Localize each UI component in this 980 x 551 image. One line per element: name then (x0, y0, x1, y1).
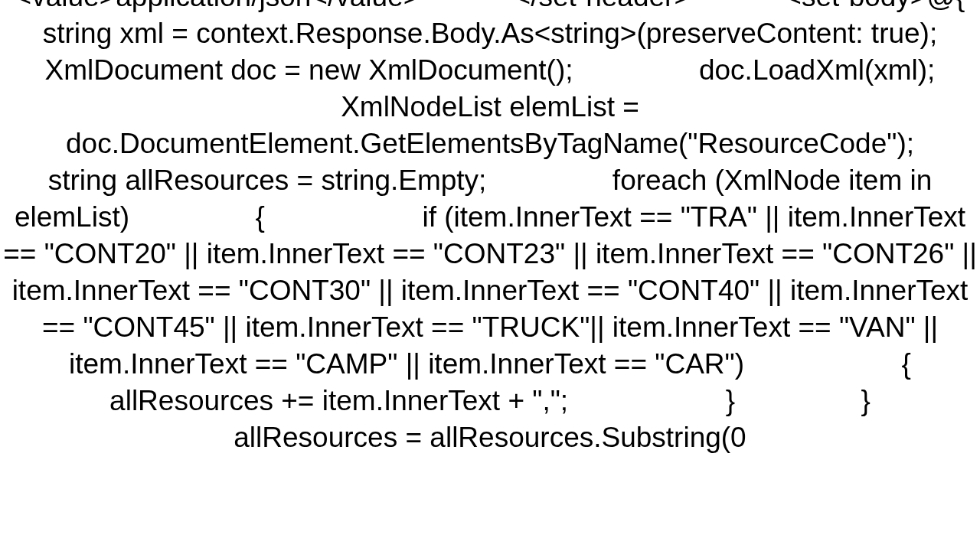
code-block: <value>application/json</value> </set-he… (0, 0, 980, 551)
code-text: <value>application/json</value> </set-he… (3, 0, 977, 456)
